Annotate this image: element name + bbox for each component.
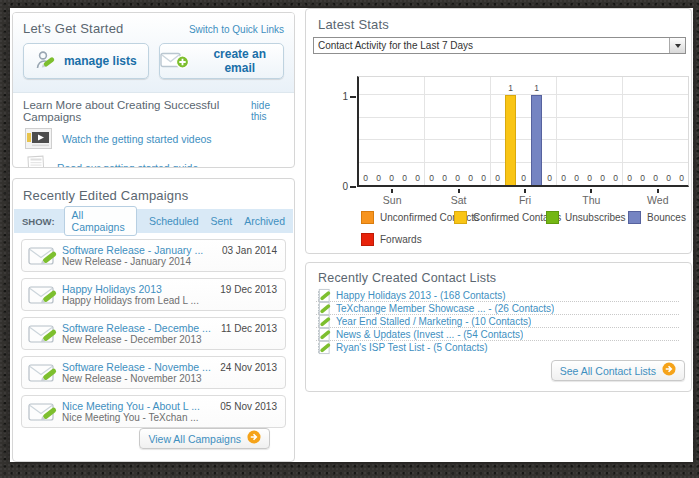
contact-list-row[interactable]: News & Updates (Invest ... - (54 Contact… — [316, 328, 679, 341]
legend-swatch-unconfirmed-contacts — [361, 211, 374, 224]
bar-group-sat: 00000 — [425, 77, 491, 185]
latest-stats-card: Latest Stats Contact Activity for the La… — [305, 8, 692, 254]
campaign-row[interactable]: Nice Meeting You - About L ...Nice Meeti… — [21, 395, 286, 428]
bar-slot: 0 — [597, 77, 609, 185]
bar-group-thu: 00000 — [557, 77, 623, 185]
contact-list-row[interactable]: Year End Stalled / Marketing - (10 Conta… — [316, 315, 679, 328]
bar-slot: 0 — [452, 77, 464, 185]
campaign-list: Software Release - January ...New Releas… — [13, 239, 294, 428]
bar-value-label: 0 — [610, 173, 622, 183]
campaign-filter-scheduled[interactable]: Scheduled — [149, 215, 199, 227]
bar-value-label: 0 — [399, 173, 411, 183]
contact-list-row[interactable]: Ryan's ISP Test List - (5 Contacts) — [316, 341, 679, 354]
contact-list-row[interactable]: TeXchange Member Showcase ... - (26 Cont… — [316, 302, 679, 315]
switch-to-quick-links-link[interactable]: Switch to Quick Links — [189, 24, 284, 35]
bar-slot: 0 — [439, 77, 451, 185]
bar-value-label: 0 — [544, 173, 556, 183]
see-all-contact-lists-button[interactable]: See All Contact Lists — [551, 360, 685, 381]
campaign-subtitle: Happy Holidays from Lead L ... — [62, 295, 279, 307]
bar-slot: 0 — [492, 77, 504, 185]
x-axis-tick — [590, 189, 592, 193]
bar-value-label: 0 — [373, 173, 385, 183]
bar-slot: 0 — [637, 77, 649, 185]
campaign-envelope-icon — [28, 361, 62, 385]
create-email-button[interactable]: create an email — [159, 43, 285, 79]
dropdown-arrow-icon[interactable] — [669, 38, 685, 53]
campaign-row[interactable]: Software Release - Decembe ...New Releas… — [21, 317, 286, 350]
bar-value-label: 0 — [439, 173, 451, 183]
contact-list-link[interactable]: TeXchange Member Showcase ... - (26 Cont… — [336, 303, 554, 314]
bar-slot: 0 — [373, 77, 385, 185]
bar-slot: 0 — [663, 77, 675, 185]
campaign-subtitle: New Release - November 2013 — [62, 373, 279, 385]
bar-slot: 0 — [426, 77, 438, 185]
bar-slot: 0 — [399, 77, 411, 185]
legend-label: Forwards — [380, 234, 422, 245]
bar-group-wed: 00000 — [623, 77, 688, 185]
stats-period-select[interactable]: Contact Activity for the Last 7 Days — [313, 37, 686, 54]
campaign-row[interactable]: Software Release - Novembe ...New Releas… — [21, 356, 286, 389]
bar-slot: 0 — [518, 77, 530, 185]
contact-list-row[interactable]: Happy Holidays 2013 - (168 Contacts) — [316, 289, 679, 302]
legend-swatch-unsubscribes — [546, 211, 559, 224]
bar-slot: 0 — [360, 77, 372, 185]
legend-swatch-bounces — [628, 211, 641, 224]
bar-slot: 0 — [478, 77, 490, 185]
bar-value-label: 0 — [412, 173, 424, 183]
contact-activity-chart: 0000000000010100000000000 — [357, 76, 689, 187]
recent-lists-title: Recently Created Contact Lists — [306, 263, 691, 289]
bar-bounces-fri — [531, 95, 542, 185]
bar-value-label: 0 — [663, 173, 675, 183]
bar-slot: 0 — [624, 77, 636, 185]
campaign-filter-all-campaigns[interactable]: All Campaigns — [64, 206, 137, 236]
recent-campaigns-title: Recently Edited Campaigns — [13, 179, 294, 209]
bar-group-fri: 01010 — [491, 77, 557, 185]
video-thumbnail-icon[interactable] — [25, 128, 52, 149]
campaign-filter-archived[interactable]: Archived — [244, 215, 285, 227]
bar-slot: 0 — [650, 77, 662, 185]
manage-lists-button[interactable]: manage lists — [23, 43, 149, 79]
bar-slot: 0 — [412, 77, 424, 185]
bar-value-label: 0 — [518, 173, 530, 183]
y-axis-label-1: 1 — [328, 91, 348, 102]
legend-swatch-confirmed-contacts — [454, 211, 467, 224]
x-axis-tick — [391, 189, 393, 193]
legend-label: Unsubscribes — [565, 212, 626, 223]
campaign-date: 24 Nov 2013 — [220, 362, 277, 373]
campaign-date: 19 Dec 2013 — [220, 284, 277, 295]
chart-legend: Unconfirmed ContactsConfirmed ContactsUn… — [306, 209, 691, 251]
y-axis-tick — [350, 96, 356, 98]
bar-slot: 1 — [505, 77, 517, 185]
y-axis-label-0: 0 — [328, 181, 348, 192]
bar-value-label: 0 — [426, 173, 438, 183]
get-started-card: Let's Get Started Switch to Quick Links — [12, 12, 295, 168]
campaign-date: 11 Dec 2013 — [221, 323, 277, 334]
bar-value-label: 0 — [465, 173, 477, 183]
see-all-contact-lists-label: See All Contact Lists — [560, 365, 656, 377]
contact-list-link[interactable]: News & Updates (Invest ... - (54 Contact… — [336, 329, 523, 340]
campaign-subtitle: New Release - December 2013 — [62, 334, 279, 346]
bar-value-label: 0 — [624, 173, 636, 183]
campaign-filter-sent[interactable]: Sent — [211, 215, 233, 227]
contact-list-link[interactable]: Happy Holidays 2013 - (168 Contacts) — [336, 290, 506, 301]
read-guide-link[interactable]: Read our getting started guide — [57, 162, 198, 169]
learn-more-title: Learn More about Creating Successful Cam… — [23, 99, 251, 123]
campaign-filter-bar: SHOW: All CampaignsScheduledSentArchived — [14, 209, 293, 233]
bar-value-label: 1 — [505, 83, 517, 93]
watch-videos-link[interactable]: Watch the getting started videos — [62, 133, 212, 145]
view-all-campaigns-button[interactable]: View All Campaigns — [139, 428, 270, 449]
contact-list-link[interactable]: Year End Stalled / Marketing - (10 Conta… — [336, 316, 531, 327]
campaign-row[interactable]: Happy Holidays 2013Happy Holidays from L… — [21, 278, 286, 311]
bar-value-label: 0 — [571, 173, 583, 183]
guide-thumbnail-icon[interactable] — [25, 154, 47, 168]
bar-slot: 0 — [571, 77, 583, 185]
contact-list-link[interactable]: Ryan's ISP Test List - (5 Contacts) — [336, 342, 488, 353]
bar-slot: 0 — [610, 77, 622, 185]
x-axis-tick — [524, 189, 526, 193]
x-axis-tick — [458, 189, 460, 193]
hide-this-link[interactable]: hide this — [251, 100, 284, 122]
x-axis-tick — [657, 189, 659, 193]
campaign-row[interactable]: Software Release - January ...New Releas… — [21, 239, 286, 272]
campaign-date: 05 Nov 2013 — [220, 401, 277, 412]
x-axis-label-thu: Thu — [561, 194, 621, 206]
